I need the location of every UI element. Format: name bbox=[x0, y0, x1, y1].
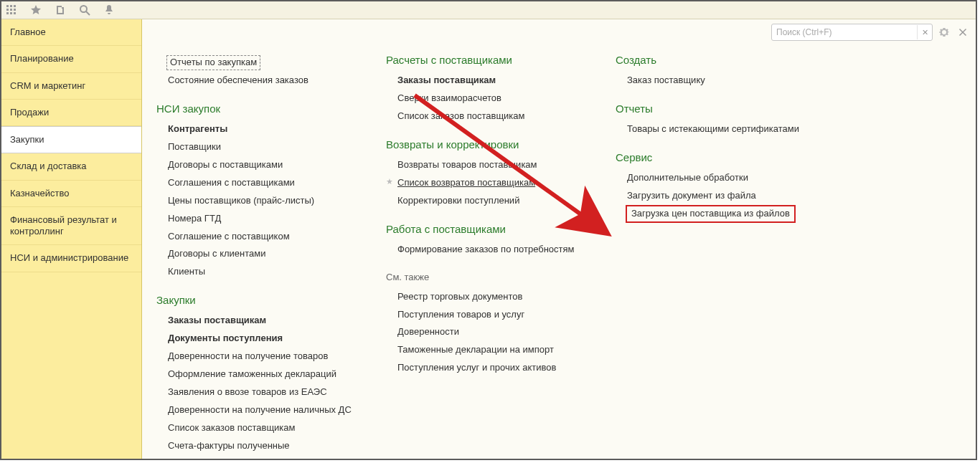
search-clear-icon[interactable]: ✕ bbox=[917, 25, 932, 39]
link-eaes-import[interactable]: Заявления о ввозе товаров из ЕАЭС bbox=[156, 383, 372, 401]
body-row: Главное Планирование CRM и маркетинг Про… bbox=[1, 19, 976, 459]
link-customs-decl[interactable]: Оформление таможенных деклараций bbox=[156, 366, 372, 383]
section-service: Сервис bbox=[616, 151, 845, 163]
section-nsi-zakupok: НСИ закупок bbox=[156, 102, 372, 115]
link-order-list[interactable]: Список заказов поставщикам bbox=[156, 419, 372, 437]
link-receipt-corrections[interactable]: Корректировки поступлений bbox=[386, 192, 601, 210]
link-create-supplier-order[interactable]: Заказ поставщику bbox=[616, 72, 845, 90]
sidebar-label: CRM и маркетинг bbox=[10, 80, 85, 91]
link-purchase-reports[interactable]: Отчеты по закупкам bbox=[166, 55, 260, 70]
column-3: Создать Заказ поставщику Отчеты Товары с… bbox=[616, 54, 845, 455]
sidebar-label: Закупки bbox=[10, 134, 44, 145]
link-proxies[interactable]: Доверенности bbox=[386, 323, 601, 341]
link-order-formation[interactable]: Формирование заказов по потребностям bbox=[386, 241, 601, 259]
sidebar-item-sales[interactable]: Продажи bbox=[1, 100, 141, 126]
main-area: ✕ bbox=[142, 19, 976, 459]
svg-rect-5 bbox=[14, 9, 16, 11]
svg-rect-4 bbox=[10, 9, 12, 11]
columns: Отчеты по закупкам Состояние обеспечения… bbox=[156, 54, 961, 455]
search-input[interactable] bbox=[772, 27, 917, 37]
link-goods-proxies[interactable]: Доверенности на получение товаров bbox=[156, 348, 372, 366]
app-window: Главное Планирование CRM и маркетинг Про… bbox=[0, 0, 977, 460]
link-additional-processing[interactable]: Дополнительные обработки bbox=[616, 169, 845, 187]
link-invoices-received[interactable]: Счета-фактуры полученные bbox=[156, 437, 372, 455]
link-service-receipts[interactable]: Поступления услуг и прочих активов bbox=[386, 359, 601, 377]
section-reports: Отчеты bbox=[616, 102, 845, 115]
svg-rect-6 bbox=[6, 12, 9, 14]
search-icon[interactable] bbox=[76, 1, 93, 19]
link-supplier-agreements[interactable]: Соглашения с поставщиками bbox=[156, 174, 372, 192]
column-1: Отчеты по закупкам Состояние обеспечения… bbox=[156, 54, 372, 455]
sidebar-label: Главное bbox=[10, 27, 46, 37]
link-returns-list[interactable]: Список возвратов поставщикам bbox=[386, 174, 601, 192]
link-supplier-agreement[interactable]: Соглашение с поставщиком bbox=[156, 228, 372, 246]
section-zakupki: Закупки bbox=[156, 294, 372, 306]
sidebar-item-nsi-admin[interactable]: НСИ и администрирование bbox=[1, 245, 141, 272]
sidebar-item-planning[interactable]: Планирование bbox=[1, 46, 141, 72]
sidebar-label: Продажи bbox=[10, 107, 49, 118]
link-customs-import[interactable]: Таможенные декларации на импорт bbox=[386, 341, 601, 359]
link-cash-proxies[interactable]: Доверенности на получение наличных ДС bbox=[156, 401, 372, 419]
sidebar-item-treasury[interactable]: Казначейство bbox=[1, 181, 141, 207]
sidebar-label: Финансовый результат и контроллинг bbox=[10, 214, 117, 237]
svg-rect-8 bbox=[14, 12, 16, 14]
section-returns: Возвраты и корректировки bbox=[386, 138, 601, 151]
link-kontragenty[interactable]: Контрагенты bbox=[156, 120, 372, 138]
sidebar-item-warehouse[interactable]: Склад и доставка bbox=[1, 153, 141, 180]
link-supplier-orders-2[interactable]: Заказы поставщикам bbox=[386, 72, 601, 90]
svg-rect-2 bbox=[14, 5, 16, 7]
bell-icon[interactable] bbox=[100, 1, 118, 19]
svg-line-10 bbox=[86, 11, 90, 15]
link-goods-returns[interactable]: Возвраты товаров поставщикам bbox=[386, 156, 601, 174]
sidebar-item-main[interactable]: Главное bbox=[1, 19, 141, 46]
section-create: Создать bbox=[616, 54, 845, 66]
column-2: Расчеты с поставщиками Заказы поставщика… bbox=[386, 54, 601, 455]
sidebar-item-purchases[interactable]: Закупки bbox=[1, 126, 141, 153]
link-expiring-certs[interactable]: Товары с истекающими сертификатами bbox=[616, 120, 845, 138]
see-also-title: См. также bbox=[386, 272, 601, 282]
link-suppliers[interactable]: Поставщики bbox=[156, 138, 372, 156]
history-icon[interactable] bbox=[52, 1, 69, 19]
main-header: ✕ bbox=[142, 19, 976, 45]
svg-rect-3 bbox=[6, 9, 9, 11]
main-toolbar bbox=[1, 1, 976, 19]
link-clients[interactable]: Клиенты bbox=[156, 263, 372, 281]
link-trade-docs-registry[interactable]: Реестр торговых документов bbox=[386, 288, 601, 306]
link-client-contracts[interactable]: Договоры с клиентами bbox=[156, 245, 372, 263]
sidebar-label: Казначейство bbox=[10, 188, 69, 199]
link-order-list-2[interactable]: Список заказов поставщикам bbox=[386, 108, 601, 125]
link-receipt-docs[interactable]: Документы поступления bbox=[156, 330, 372, 348]
sidebar-label: НСИ и администрирование bbox=[10, 252, 128, 263]
link-supplier-contracts[interactable]: Договоры с поставщиками bbox=[156, 156, 372, 174]
panel-close-icon[interactable] bbox=[956, 25, 970, 39]
star-icon[interactable] bbox=[27, 1, 44, 19]
link-supply-status[interactable]: Состояние обеспечения заказов bbox=[156, 72, 372, 90]
svg-point-9 bbox=[80, 6, 87, 12]
svg-rect-0 bbox=[6, 5, 9, 7]
sidebar-item-crm[interactable]: CRM и маркетинг bbox=[1, 73, 141, 100]
sidebar-label: Склад и доставка bbox=[10, 161, 87, 171]
section-settlements: Расчеты с поставщиками bbox=[386, 54, 601, 66]
sidebar-label: Планирование bbox=[10, 53, 74, 64]
section-work-suppliers: Работа с поставщиками bbox=[386, 223, 601, 235]
sidebar: Главное Планирование CRM и маркетинг Про… bbox=[1, 19, 142, 459]
sidebar-item-finresult[interactable]: Финансовый результат и контроллинг bbox=[1, 207, 141, 246]
link-goods-receipts[interactable]: Поступления товаров и услуг bbox=[386, 306, 601, 324]
settings-gear-icon[interactable] bbox=[937, 25, 951, 39]
link-gtd-numbers[interactable]: Номера ГТД bbox=[156, 210, 372, 228]
apps-icon[interactable] bbox=[3, 1, 20, 19]
link-supplier-orders[interactable]: Заказы поставщикам bbox=[156, 312, 372, 330]
link-reconciliations[interactable]: Сверки взаиморасчетов bbox=[386, 90, 601, 108]
link-load-prices-from-files[interactable]: Загрузка цен поставщика из файлов bbox=[626, 205, 796, 223]
link-load-doc-from-file[interactable]: Загрузить документ из файла bbox=[616, 187, 845, 205]
link-supplier-prices[interactable]: Цены поставщиков (прайс-листы) bbox=[156, 192, 372, 210]
svg-rect-1 bbox=[10, 5, 12, 7]
svg-rect-7 bbox=[10, 12, 12, 14]
content-scroll[interactable]: Отчеты по закупкам Состояние обеспечения… bbox=[142, 45, 976, 459]
search-box[interactable]: ✕ bbox=[771, 24, 933, 41]
